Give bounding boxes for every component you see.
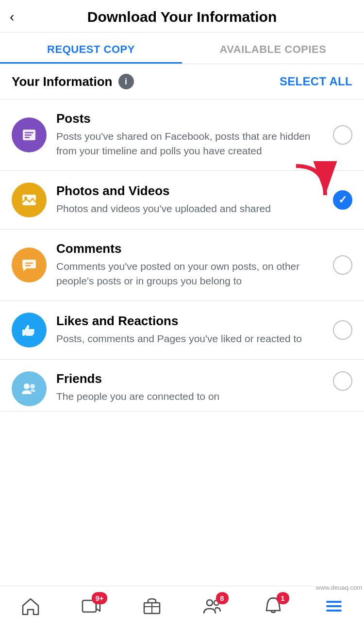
photos-title: Photos and Videos: [56, 183, 325, 199]
page-title: Download Your Information: [87, 9, 277, 25]
groups-badge: 8: [216, 592, 229, 604]
tab-request-copy[interactable]: REQUEST COPY: [0, 33, 182, 64]
list-item: Photos and Videos Photos and videos you'…: [0, 171, 364, 230]
list-item: Friends The people you are connected to …: [0, 360, 364, 412]
video-badge: 9+: [92, 592, 107, 604]
svg-point-10: [24, 383, 30, 389]
header: ‹ Download Your Information: [0, 0, 364, 33]
list-item: Comments Comments you've posted on your …: [0, 230, 364, 301]
svg-rect-3: [25, 137, 30, 138]
posts-content: Posts Posts you've shared on Facebook, p…: [56, 111, 325, 159]
likes-checkbox[interactable]: [333, 320, 352, 340]
svg-point-11: [30, 384, 35, 389]
menu-icon: [322, 595, 346, 617]
comments-title: Comments: [56, 241, 325, 256]
nav-item-home[interactable]: [13, 591, 49, 621]
nav-item-groups[interactable]: 8: [195, 591, 231, 621]
notifications-badge: 1: [277, 592, 289, 604]
svg-point-15: [207, 600, 213, 606]
likes-title: Likes and Reactions: [56, 314, 325, 329]
comments-description: Comments you've posted on your own posts…: [56, 259, 325, 289]
back-button[interactable]: ‹: [10, 9, 14, 25]
photos-icon: [12, 182, 47, 217]
posts-description: Posts you've shared on Facebook, posts t…: [56, 129, 325, 159]
section-header-left: Your Information i: [12, 74, 134, 89]
friends-description: The people you are connected to on: [56, 389, 325, 404]
svg-rect-1: [25, 132, 33, 133]
bottom-nav: 9+ 8: [0, 586, 364, 629]
svg-rect-2: [25, 134, 32, 136]
section-title: Your Information: [12, 74, 113, 89]
nav-item-menu[interactable]: [316, 591, 352, 621]
svg-rect-8: [25, 265, 31, 266]
comments-content: Comments Comments you've posted on your …: [56, 241, 325, 289]
photos-description: Photos and videos you've uploaded and sh…: [56, 201, 325, 216]
photos-checkbox[interactable]: [333, 190, 352, 210]
posts-title: Posts: [56, 111, 325, 126]
comments-icon: [12, 248, 47, 282]
info-icon[interactable]: i: [118, 74, 134, 89]
posts-icon: [12, 117, 47, 152]
nav-item-marketplace[interactable]: [134, 591, 170, 621]
likes-description: Posts, comments and Pages you've liked o…: [56, 331, 325, 346]
list-item: Posts Posts you've shared on Facebook, p…: [0, 99, 364, 171]
list-item: Likes and Reactions Posts, comments and …: [0, 301, 364, 360]
svg-rect-17: [326, 601, 342, 603]
nav-item-notifications[interactable]: 1: [255, 591, 291, 621]
svg-rect-19: [326, 610, 342, 612]
likes-content: Likes and Reactions Posts, comments and …: [56, 314, 325, 346]
likes-icon: [12, 313, 47, 348]
comments-checkbox[interactable]: [333, 255, 352, 275]
friends-icon: [12, 371, 47, 406]
nav-item-video[interactable]: 9+: [73, 591, 109, 621]
watermark: www.deuaq.com: [314, 583, 364, 592]
friends-checkbox[interactable]: [333, 371, 352, 391]
marketplace-icon: [140, 595, 164, 617]
home-icon: [18, 595, 43, 617]
friends-content: Friends The people you are connected to …: [56, 371, 325, 404]
tab-available-copies[interactable]: AVAILABLE COPIES: [182, 33, 364, 64]
svg-rect-9: [22, 330, 25, 336]
select-all-button[interactable]: SELECT ALL: [280, 75, 352, 88]
tabs-container: REQUEST COPY AVAILABLE COPIES: [0, 33, 364, 64]
photos-content: Photos and Videos Photos and videos you'…: [56, 183, 325, 216]
posts-checkbox[interactable]: [333, 125, 352, 145]
svg-rect-18: [326, 605, 342, 607]
section-header: Your Information i SELECT ALL: [0, 64, 364, 99]
friends-title: Friends: [56, 371, 325, 386]
svg-rect-7: [25, 263, 33, 264]
